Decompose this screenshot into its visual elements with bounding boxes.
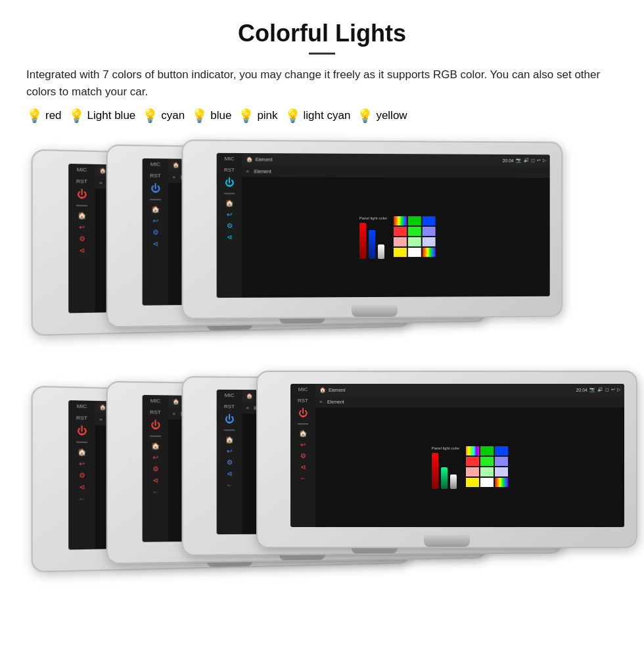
title-divider xyxy=(309,53,335,55)
red-bulb-icon: 💡 xyxy=(26,109,43,122)
sidebar-7: MIC RST ⏻ 🏠 ↩ ⚙ ⊲ ← xyxy=(217,390,242,534)
panel-light-label-2: Panel light color xyxy=(432,446,460,450)
top-device-group: MIC RST ⏻ 🏠 ↩ ⚙ ⊲ 🏠 Element xyxy=(26,134,618,351)
device-8: MIC RST ⏻ 🏠 ↩ ⚙ ⊲ ← 🏠 xyxy=(256,371,637,548)
color-label-blue: blue xyxy=(210,109,231,122)
device-3: MIC RST ⏻ 🏠 ↩ ⚙ ⊲ 🏠 Element xyxy=(181,139,563,319)
screen-3: MIC RST ⏻ 🏠 ↩ ⚙ ⊲ 🏠 Element xyxy=(217,153,550,298)
color-item-pink: 💡 pink xyxy=(238,109,277,122)
screen-8: MIC RST ⏻ 🏠 ↩ ⚙ ⊲ ← 🏠 xyxy=(290,384,624,527)
blue-bulb-icon: 💡 xyxy=(191,109,208,122)
color-label-cyan: cyan xyxy=(161,109,185,122)
sidebar-8: MIC RST ⏻ 🏠 ↩ ⚙ ⊲ ← xyxy=(290,384,315,527)
sidebar-3: MIC RST ⏻ 🏠 ↩ ⚙ ⊲ xyxy=(217,153,242,298)
cyan-bulb-icon: 💡 xyxy=(142,109,158,122)
color-label-lightcyan: light cyan xyxy=(304,109,351,122)
color-item-cyan: 💡 cyan xyxy=(142,109,185,122)
color-label-yellow: yellow xyxy=(376,109,407,122)
color-item-red: 💡 red xyxy=(26,109,62,122)
sidebar-6: MIC RST ⏻ 🏠 ↩ ⚙ ⊲ ← xyxy=(143,395,169,542)
lightblue-bulb-icon: 💡 xyxy=(68,109,85,122)
lightcyan-bulb-icon: 💡 xyxy=(285,109,301,122)
pink-bulb-icon: 💡 xyxy=(238,109,254,122)
main-8: 🏠 Element 20:04 📷 🔊 ◻ ↩ ▷ xyxy=(315,384,624,527)
sidebar-1: MIC RST ⏻ 🏠 ↩ ⚙ ⊲ xyxy=(68,164,95,313)
stand-3 xyxy=(352,305,398,317)
color-item-lightblue: 💡 Light blue xyxy=(68,109,136,122)
panel-light-label: Panel light color xyxy=(359,216,388,220)
color-item-yellow: 💡 yellow xyxy=(357,109,407,122)
description-text: Integrated with 7 colors of button indic… xyxy=(26,66,618,100)
page-wrapper: Colorful Lights Integrated with 7 colors… xyxy=(0,0,644,607)
color-item-lightcyan: 💡 light cyan xyxy=(285,109,351,122)
sidebar-2: MIC RST ⏻ 🏠 ↩ ⚙ ⊲ xyxy=(143,158,169,306)
bottom-device-group: MIC RST ⏻ 🏠 ↩ ⚙ ⊲ ← 🏠 Element xyxy=(26,371,618,588)
color-list: 💡 red 💡 Light blue 💡 cyan 💡 blue 💡 pink … xyxy=(26,109,618,122)
color-label-red: red xyxy=(45,109,62,122)
color-item-blue: 💡 blue xyxy=(191,109,231,122)
main-3: 🏠 Element 20:04 📷 🔊 ◻ ↩ ▷ xyxy=(242,153,549,298)
color-label-lightblue: Light blue xyxy=(87,109,136,122)
page-title: Colorful Lights xyxy=(26,20,618,47)
stand-8 xyxy=(424,535,470,547)
sidebar-5: MIC RST ⏻ 🏠 ↩ ⚙ ⊲ ← xyxy=(68,400,95,549)
color-label-pink: pink xyxy=(257,109,277,122)
yellow-bulb-icon: 💡 xyxy=(357,109,373,122)
